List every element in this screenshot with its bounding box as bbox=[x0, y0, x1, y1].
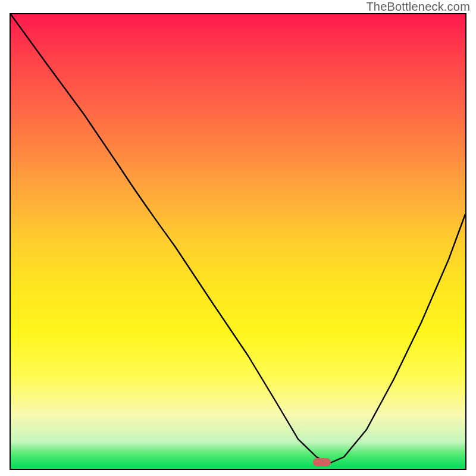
chart-plot-area bbox=[10, 13, 466, 470]
chart-background-gradient bbox=[11, 14, 465, 469]
watermark-text: TheBottleneck.com bbox=[366, 0, 470, 14]
optimal-point-marker bbox=[313, 458, 331, 466]
